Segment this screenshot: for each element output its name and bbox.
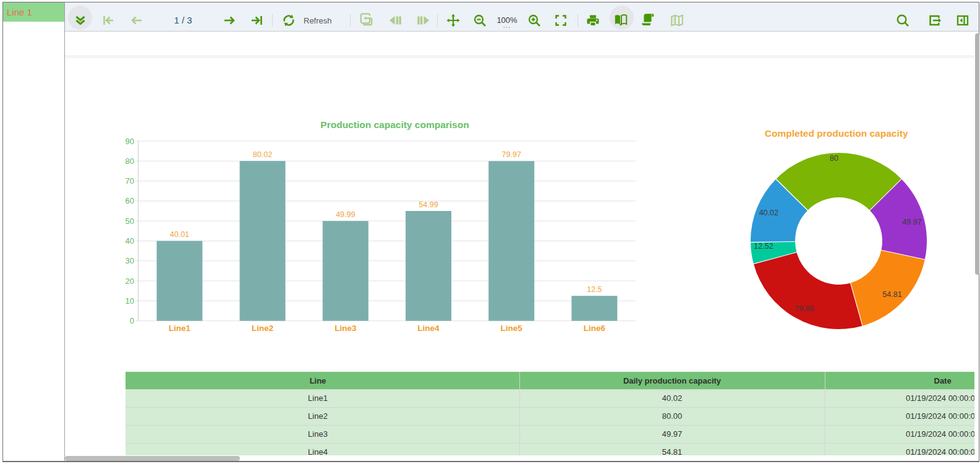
svg-text:40: 40 — [126, 236, 134, 246]
svg-text:40.02: 40.02 — [759, 208, 778, 217]
svg-text:40.01: 40.01 — [170, 230, 189, 239]
svg-text:54.99: 54.99 — [419, 200, 438, 209]
svg-text:0: 0 — [130, 316, 134, 325]
svg-text:54.81: 54.81 — [882, 290, 901, 299]
svg-text:90: 90 — [126, 137, 134, 146]
svg-text:Line3: Line3 — [334, 324, 357, 333]
svg-text:80.02: 80.02 — [253, 150, 272, 159]
svg-text:80: 80 — [126, 157, 134, 166]
svg-text:12.52: 12.52 — [754, 242, 773, 251]
svg-text:Completed production capacity: Completed production capacity — [765, 128, 908, 139]
svg-text:12.5: 12.5 — [587, 285, 602, 294]
svg-text:60: 60 — [126, 196, 134, 205]
svg-text:Line4: Line4 — [417, 324, 440, 333]
svg-text:80: 80 — [830, 154, 838, 163]
svg-text:20: 20 — [126, 277, 134, 286]
svg-text:10: 10 — [126, 296, 134, 306]
svg-text:Line5: Line5 — [501, 324, 523, 333]
svg-text:79.85: 79.85 — [795, 304, 814, 313]
svg-text:Line6: Line6 — [584, 324, 606, 333]
svg-text:79.97: 79.97 — [502, 150, 521, 159]
svg-text:Line2: Line2 — [252, 324, 273, 333]
svg-text:49.99: 49.99 — [336, 210, 355, 219]
svg-text:30: 30 — [126, 256, 134, 265]
svg-text:Line1: Line1 — [169, 324, 191, 333]
svg-text:49.97: 49.97 — [902, 218, 921, 226]
svg-text:70: 70 — [126, 176, 134, 186]
svg-text:Production capacity comparison: Production capacity comparison — [320, 119, 469, 130]
svg-text:50: 50 — [126, 217, 134, 226]
